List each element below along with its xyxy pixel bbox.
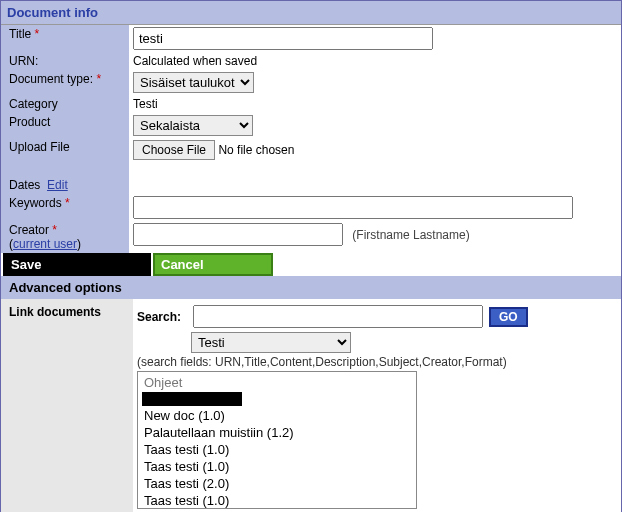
creator-hint: (Firstname Lastname) (352, 228, 469, 242)
search-fields-note: (search fields: URN,Title,Content,Descri… (137, 355, 617, 369)
label-category: Category (9, 97, 58, 111)
label-dates: Dates (9, 178, 40, 192)
go-button[interactable]: GO (489, 307, 528, 327)
required-marker: * (35, 27, 40, 41)
label-product: Product (9, 115, 50, 129)
doctype-select[interactable]: Sisäiset taulukot (133, 72, 254, 93)
required-marker: * (52, 223, 57, 237)
label-title: Title (9, 27, 31, 41)
cancel-button[interactable]: Cancel (153, 253, 273, 276)
label-urn: URN: (9, 54, 38, 68)
label-doctype: Document type: (9, 72, 93, 86)
urn-value: Calculated when saved (133, 54, 257, 68)
document-info-panel: Document info Title * URN: Calculated wh… (0, 0, 622, 512)
link-docs-label: Link documents (1, 299, 133, 512)
product-select[interactable]: Sekalaista (133, 115, 253, 136)
search-results-list[interactable]: Ohjeet New doc (1.0) Palautellaan muisti… (137, 371, 417, 509)
doc-info-form: Title * URN: Calculated when saved Docum… (1, 25, 621, 299)
label-creator: Creator (9, 223, 49, 237)
link-documents-section: Link documents Search: GO Testi (search … (1, 299, 621, 512)
advanced-options-toggle[interactable]: Advanced options (1, 276, 621, 299)
result-item[interactable]: New doc (1.0) (142, 407, 412, 424)
result-item[interactable]: Palautellaan muistiin (1.2) (142, 424, 412, 441)
creator-input[interactable] (133, 223, 343, 246)
search-input[interactable] (193, 305, 483, 328)
label-search: Search: (137, 310, 187, 324)
choose-file-button[interactable]: Choose File (133, 140, 215, 160)
required-marker: * (65, 196, 70, 210)
search-scope-select[interactable]: Testi (191, 332, 351, 353)
label-keywords: Keywords (9, 196, 62, 210)
result-item[interactable]: Taas testi (2.0) (142, 475, 412, 492)
section-header-docinfo: Document info (1, 1, 621, 25)
title-input[interactable] (133, 27, 433, 50)
file-status: No file chosen (218, 143, 294, 157)
category-value: Testi (133, 97, 158, 111)
required-marker: * (96, 72, 101, 86)
save-button[interactable]: Save (3, 253, 151, 276)
result-item[interactable]: Taas testi (1.0) (142, 441, 412, 458)
result-item[interactable]: Taas testi (1.0) (142, 492, 412, 509)
dates-edit-link[interactable]: Edit (47, 178, 68, 192)
label-upload: Upload File (9, 140, 70, 154)
current-user-link[interactable]: current user (13, 237, 77, 251)
redacted-item (142, 392, 242, 406)
result-item[interactable]: Taas testi (1.0) (142, 458, 412, 475)
results-group-header: Ohjeet (142, 374, 412, 391)
keywords-input[interactable] (133, 196, 573, 219)
